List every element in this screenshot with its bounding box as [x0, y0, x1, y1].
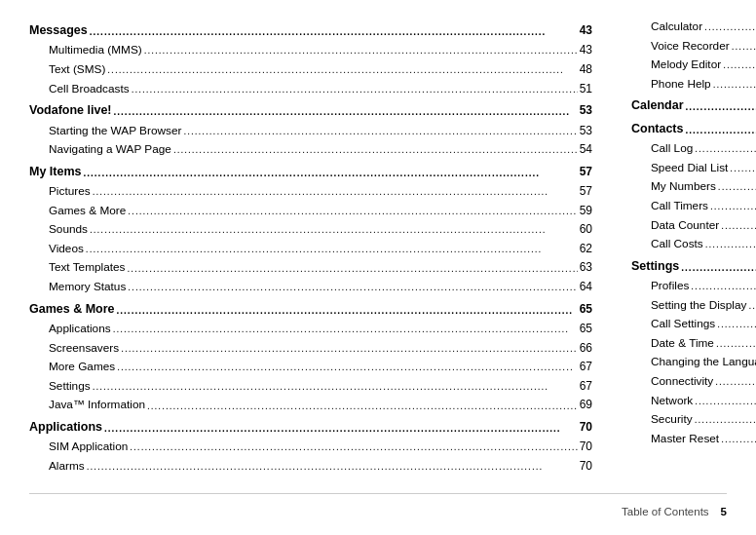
toc-sub-entry: Profiles84	[631, 277, 756, 295]
entry-title: Data Counter	[651, 216, 719, 235]
left-column: Messages43Multimedia (MMS)43Text (SMS)48…	[29, 18, 602, 487]
toc-sub-entry: Call Log81	[631, 139, 756, 158]
entry-title: Phone Help	[651, 75, 711, 94]
entry-dots	[90, 21, 578, 40]
entry-page: 67	[580, 377, 592, 396]
toc-section-entry: Contacts81	[631, 120, 756, 138]
entry-dots	[715, 372, 756, 391]
toc-sub-entry: Screensavers66	[29, 339, 592, 358]
entry-page: 65	[580, 300, 592, 319]
toc-sub-entry: Voice Recorder72	[631, 37, 756, 56]
entry-dots	[114, 101, 578, 120]
entry-dots	[128, 278, 577, 296]
toc-sub-entry: Phone Help77	[631, 75, 756, 94]
toc-sub-entry: SIM Application70	[29, 438, 592, 456]
entry-dots	[718, 177, 756, 196]
entry-dots	[721, 430, 756, 448]
entry-dots	[716, 334, 756, 353]
entry-title: Connectivity	[651, 372, 713, 391]
toc-sub-entry: Security100	[631, 410, 756, 429]
entry-dots	[117, 358, 577, 376]
entry-dots	[685, 120, 756, 138]
entry-dots	[681, 257, 756, 276]
entry-dots	[183, 122, 577, 140]
entry-page: 53	[580, 122, 592, 140]
entry-title: Text (SMS)	[49, 60, 105, 79]
entry-title: Messages	[29, 21, 88, 40]
entry-dots	[732, 37, 756, 56]
entry-dots	[723, 56, 756, 74]
entry-title: Voice Recorder	[651, 37, 730, 56]
toc-sub-entry: Melody Editor73	[631, 56, 756, 74]
footer-page: 5	[721, 506, 727, 517]
page: Messages43Multimedia (MMS)43Text (SMS)48…	[0, 0, 756, 535]
entry-title: Call Settings	[651, 315, 715, 333]
toc-sub-entry: Cell Broadcasts51	[29, 80, 592, 98]
toc-sub-entry: Multimedia (MMS)43	[29, 41, 592, 59]
entry-dots	[748, 296, 756, 315]
entry-dots	[691, 277, 756, 295]
entry-dots	[93, 377, 578, 396]
entry-title: SIM Application	[49, 438, 128, 456]
entry-dots	[127, 258, 577, 277]
toc-sub-entry: Calculator71	[631, 18, 756, 36]
entry-title: Call Log	[651, 139, 693, 158]
entry-title: Games & More	[29, 300, 115, 319]
entry-title: Sounds	[49, 220, 88, 239]
entry-dots	[695, 410, 756, 429]
toc-sub-entry: Java™ Information69	[29, 396, 592, 414]
toc-sub-entry: Navigating a WAP Page54	[29, 140, 592, 159]
footer-label: Table of Contents	[622, 506, 709, 517]
entry-dots	[130, 438, 577, 456]
footer: Table of Contents 5	[29, 493, 727, 517]
toc-sub-entry: Data Counter82	[631, 216, 756, 235]
toc-sub-entry: Text (SMS)48	[29, 60, 592, 79]
entry-dots	[713, 75, 756, 94]
right-column: Calculator71Voice Recorder72Melody Edito…	[622, 18, 756, 487]
entry-title: Calendar	[631, 96, 684, 115]
entry-title: Contacts	[631, 120, 683, 138]
toc-sub-entry: Settings67	[29, 377, 592, 396]
entry-dots	[121, 339, 578, 358]
toc-sub-entry: Videos62	[29, 240, 592, 258]
toc-sub-entry: Games & More59	[29, 202, 592, 220]
entry-page: 70	[580, 418, 592, 437]
entry-title: Master Reset	[651, 430, 719, 448]
entry-dots	[173, 140, 578, 159]
toc-sub-entry: Changing the Language95	[631, 353, 756, 371]
entry-page: 63	[580, 258, 592, 277]
entry-title: Security	[651, 410, 693, 429]
toc-sub-entry: Speed Dial List82	[631, 159, 756, 177]
entry-dots	[721, 216, 756, 235]
entry-page: 54	[580, 140, 592, 159]
toc-sub-entry: Memory Status64	[29, 278, 592, 296]
entry-title: Speed Dial List	[651, 159, 728, 177]
toc-sub-entry: Sounds60	[29, 220, 592, 239]
entry-page: 48	[580, 60, 592, 79]
entry-page: 67	[580, 358, 592, 376]
entry-title: More Games	[49, 358, 115, 376]
entry-dots	[104, 418, 578, 437]
entry-title: Navigating a WAP Page	[49, 140, 171, 159]
entry-dots	[93, 182, 578, 201]
entry-page: 43	[580, 41, 592, 59]
entry-title: Applications	[29, 418, 102, 437]
entry-title: Screensavers	[49, 339, 119, 358]
entry-page: 64	[580, 278, 592, 296]
toc-section-entry: Messages43	[29, 21, 592, 40]
entry-title: Call Timers	[651, 197, 708, 215]
entry-page: 43	[580, 21, 592, 40]
entry-page: 69	[580, 396, 592, 414]
entry-title: Melody Editor	[651, 56, 721, 74]
entry-title: Java™ Information	[49, 396, 145, 414]
entry-dots	[144, 41, 578, 59]
entry-title: Setting the Display	[651, 296, 746, 315]
toc-sub-entry: Master Reset101	[631, 430, 756, 448]
entry-page: 57	[580, 182, 592, 201]
entry-dots	[90, 220, 578, 239]
entry-page: 66	[580, 339, 592, 358]
entry-title: Date & Time	[651, 334, 714, 353]
entry-dots	[117, 300, 578, 319]
entry-title: Network	[651, 392, 693, 410]
toc-sub-entry: Call Settings91	[631, 315, 756, 333]
